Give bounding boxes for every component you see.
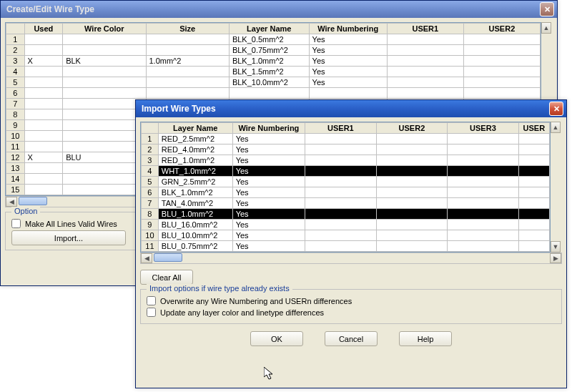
import-options-legend: Import options if wire type already exis… (147, 284, 292, 293)
table-row[interactable]: 9BLU_16.0mm^2Yes (142, 220, 550, 230)
row-number: 4 (142, 166, 159, 177)
child-vscroll[interactable]: ▲ ▼ (551, 122, 562, 253)
table-row[interactable]: 4BLK_1.5mm^2Yes (6, 67, 541, 77)
row-number: 7 (142, 198, 159, 209)
scroll-thumb[interactable] (19, 197, 47, 205)
row-number: 1 (142, 134, 159, 144)
row-number: 8 (6, 109, 25, 120)
table-row[interactable]: 1RED_2.5mm^2Yes (142, 134, 550, 144)
col-header[interactable]: USER (518, 123, 549, 134)
close-icon[interactable]: ✕ (540, 2, 554, 16)
cancel-button[interactable]: Cancel (325, 331, 378, 346)
row-number: 7 (6, 99, 25, 109)
update-checkbox[interactable]: Update any layer color and linetype diff… (147, 308, 556, 317)
child-titlebar[interactable]: Import Wire Types ✕ (136, 100, 566, 117)
table-row[interactable]: 5BLK_10.0mm^2Yes (6, 77, 541, 88)
row-number: 5 (142, 177, 159, 187)
table-row[interactable]: 1BLK_0.5mm^2Yes (6, 34, 541, 45)
table-row[interactable]: 4WHT_1.0mm^2Yes (142, 166, 550, 177)
row-number: 6 (142, 187, 159, 198)
row-number: 9 (142, 220, 159, 230)
close-icon[interactable]: ✕ (549, 102, 563, 116)
row-number: 2 (142, 144, 159, 155)
table-row[interactable]: 2RED_4.0mm^2Yes (142, 144, 550, 155)
row-number: 1 (6, 34, 25, 45)
scroll-right-icon[interactable]: ▶ (550, 253, 561, 263)
table-row[interactable]: 7TAN_4.0mm^2Yes (142, 198, 550, 209)
row-number: 14 (6, 174, 25, 185)
col-header[interactable]: Wire Numbering (309, 24, 387, 34)
table-row[interactable]: 6BLK_1.0mm^2Yes (142, 187, 550, 198)
col-header[interactable]: USER1 (387, 24, 463, 34)
row-number: 11 (6, 142, 25, 152)
scroll-left-icon[interactable]: ◀ (6, 197, 17, 207)
scroll-thumb[interactable] (154, 253, 182, 262)
table-row[interactable]: 3XBLK1.0mm^2BLK_1.0mm^2Yes (6, 56, 541, 67)
child-title: Import Wire Types (142, 104, 549, 114)
row-number: 10 (6, 131, 25, 142)
row-number: 2 (6, 45, 25, 56)
col-header[interactable]: USER2 (463, 24, 540, 34)
col-header[interactable]: Layer Name (229, 24, 309, 34)
table-row[interactable]: 3RED_1.0mm^2Yes (142, 155, 550, 166)
table-row[interactable]: 5GRN_2.5mm^2Yes (142, 177, 550, 187)
table-row[interactable]: 10BLU_10.0mm^2Yes (142, 230, 550, 241)
child-hscroll[interactable]: ◀ ▶ (140, 253, 562, 264)
row-number: 6 (6, 88, 25, 99)
ok-button[interactable]: OK (250, 331, 303, 346)
scroll-down-icon[interactable]: ▼ (551, 241, 561, 253)
import-wire-table[interactable]: Layer NameWire NumberingUSER1USER2USER3U… (141, 122, 550, 252)
col-header[interactable]: Size (146, 24, 229, 34)
row-number: 15 (6, 185, 25, 195)
import-wire-types-window: Import Wire Types ✕ Layer NameWire Numbe… (135, 99, 567, 388)
parent-title: Create/Edit Wire Type (6, 4, 540, 14)
row-number: 3 (142, 155, 159, 166)
scroll-up-icon[interactable]: ▲ (541, 22, 551, 34)
row-number: 10 (142, 230, 159, 241)
col-header[interactable]: USER3 (448, 123, 519, 134)
scroll-left-icon[interactable]: ◀ (141, 253, 152, 263)
row-number: 5 (6, 77, 25, 88)
table-row[interactable]: 6 (6, 88, 541, 99)
row-number: 4 (6, 67, 25, 77)
scroll-up-icon[interactable]: ▲ (551, 122, 561, 133)
col-header[interactable]: USER1 (305, 123, 377, 134)
row-number: 11 (142, 241, 159, 252)
overwrite-checkbox[interactable]: Overwrite any Wire Numbering and USERn d… (147, 296, 556, 305)
table-row[interactable]: 2BLK_0.75mm^2Yes (6, 45, 541, 56)
col-header[interactable]: Layer Name (158, 123, 232, 134)
import-button[interactable]: Import... (11, 230, 126, 245)
col-header[interactable]: Wire Color (63, 24, 146, 34)
row-number: 8 (142, 209, 159, 220)
row-number: 3 (6, 56, 25, 67)
col-header[interactable]: USER2 (376, 123, 448, 134)
table-row[interactable]: 8BLU_1.0mm^2Yes (142, 209, 550, 220)
col-header[interactable]: Used (24, 24, 63, 34)
col-header[interactable]: Wire Numbering (232, 123, 305, 134)
row-number: 12 (6, 152, 25, 163)
option-legend: Option (11, 207, 40, 215)
import-options-group: Import options if wire type already exis… (140, 289, 562, 324)
parent-titlebar[interactable]: Create/Edit Wire Type ✕ (1, 1, 557, 18)
table-row[interactable]: 11BLU_0.75mm^2Yes (142, 241, 550, 252)
row-number: 9 (6, 120, 25, 131)
row-number: 13 (6, 163, 25, 174)
help-button[interactable]: Help (399, 331, 452, 346)
clear-all-button[interactable]: Clear All (140, 270, 193, 285)
